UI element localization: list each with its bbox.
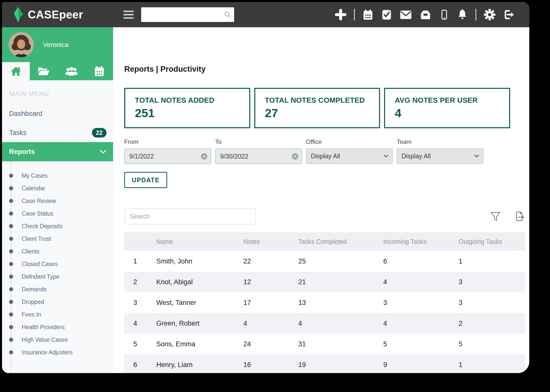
- dashboard-label: Dashboard: [9, 110, 42, 118]
- stat-card-value: 4: [395, 106, 509, 120]
- table-row[interactable]: 5 Sons, Emma 24 31 5 5: [124, 334, 525, 354]
- clear-from-date-button[interactable]: [201, 153, 208, 160]
- report-submenu-item[interactable]: Case Status: [2, 207, 113, 220]
- cell-outgoing-tasks: 1: [459, 251, 525, 272]
- avatar[interactable]: [9, 32, 34, 57]
- stat-cards: TOTAL NOTES ADDED 251 TOTAL NOTES COMPLE…: [124, 88, 510, 128]
- cell-notes: 16: [243, 354, 298, 373]
- report-submenu-item[interactable]: Case Review: [2, 195, 113, 207]
- cell-name: West, Tanner: [156, 292, 243, 313]
- stat-card-label: AVG NOTES PER USER: [395, 96, 509, 104]
- table-row[interactable]: 1 Smith, John 22 25 6 1: [124, 251, 525, 272]
- report-submenu-label: Calendar: [22, 185, 45, 192]
- tab-home[interactable]: [2, 62, 30, 80]
- table-row[interactable]: 6 Henry, Liam 16 19 9 1: [124, 354, 525, 373]
- report-submenu-item[interactable]: High Value Cases: [2, 333, 113, 346]
- user-block: Veronica: [2, 27, 113, 62]
- report-submenu-item[interactable]: Fees In: [2, 308, 113, 321]
- table-search-input[interactable]: [124, 208, 256, 224]
- from-date-input[interactable]: 9/1/2022: [124, 148, 211, 164]
- chevron-down-icon: [384, 154, 388, 158]
- filter-button[interactable]: [490, 211, 501, 222]
- tray-icon: [419, 9, 432, 20]
- report-submenu-item[interactable]: Client Trust: [2, 232, 113, 245]
- clear-to-date-button[interactable]: [292, 153, 298, 160]
- mail-button[interactable]: [400, 10, 412, 20]
- tab-cases[interactable]: [30, 62, 58, 80]
- mobile-button[interactable]: [439, 9, 449, 20]
- cell-incoming-tasks: 5: [383, 334, 459, 354]
- screenshot-frame: { "topbar": { "brand": "CASEpeer", "sear…: [0, 0, 550, 392]
- cell-name: Knot, Abigal: [156, 272, 243, 292]
- tasks-button[interactable]: [381, 9, 392, 20]
- export-button[interactable]: [514, 211, 525, 222]
- table-row[interactable]: 2 Knot, Abigal 12 21 4 3: [124, 272, 525, 292]
- menu-icon[interactable]: [123, 11, 134, 19]
- report-submenu-item[interactable]: Clients: [2, 245, 113, 258]
- cell-outgoing-tasks: 3: [459, 292, 525, 313]
- report-submenu-item[interactable]: Calendar: [2, 182, 113, 195]
- stat-card-value: 251: [135, 106, 249, 120]
- add-new-button[interactable]: [335, 9, 346, 20]
- report-submenu-label: Health Providers: [22, 324, 65, 331]
- folder-icon: [38, 66, 50, 76]
- calendar-button[interactable]: [362, 9, 373, 20]
- report-submenu-label: High Value Cases: [22, 336, 68, 343]
- office-label: Office: [306, 138, 393, 145]
- app-window: CASEpeer: [2, 2, 529, 373]
- column-header-outgoing-tasks: Outgoing Tasks: [459, 232, 525, 251]
- report-submenu-label: Case Review: [22, 198, 56, 204]
- sidebar-item-dashboard[interactable]: Dashboard: [2, 104, 113, 123]
- report-submenu-item[interactable]: Demands: [2, 283, 113, 296]
- sidebar-item-tasks[interactable]: Tasks 22: [2, 123, 113, 142]
- report-submenu-label: Closed Cases: [22, 261, 58, 268]
- topbar-search-input[interactable]: [145, 11, 224, 18]
- report-submenu-item[interactable]: Check Deposits: [2, 220, 113, 232]
- brand-name: CASEpeer: [28, 8, 83, 21]
- search-icon: [224, 11, 231, 18]
- productivity-table: Name Notes Tasks Completed Incoming Task…: [124, 232, 525, 373]
- logout-icon: [503, 9, 515, 20]
- report-submenu-label: Case Status: [22, 210, 53, 217]
- report-submenu-item[interactable]: Dropped: [2, 296, 113, 308]
- team-select[interactable]: Display All: [397, 148, 483, 164]
- plus-icon: [335, 9, 346, 20]
- update-button[interactable]: UPDATE: [124, 172, 167, 188]
- cell-tasks-completed: 25: [298, 251, 383, 272]
- brand[interactable]: CASEpeer: [2, 7, 83, 22]
- report-submenu-item[interactable]: My Cases: [2, 169, 113, 182]
- report-submenu-item[interactable]: Health Providers: [2, 321, 113, 333]
- to-date-value: 9/30/2022: [220, 153, 248, 160]
- report-submenu-label: Demands: [22, 286, 46, 293]
- funnel-icon: [490, 211, 501, 222]
- main-menu-label: MAIN MENU: [2, 80, 113, 104]
- to-date-input[interactable]: 9/30/2022: [215, 148, 302, 164]
- cell-incoming-tasks: 3: [383, 292, 459, 313]
- table-row[interactable]: 3 West, Tanner 17 13 3 3: [124, 292, 525, 313]
- cases-button[interactable]: [419, 9, 432, 20]
- cell-tasks-completed: 31: [298, 334, 383, 354]
- office-select-value: Display All: [311, 152, 340, 160]
- stat-card: TOTAL NOTES COMPLETED 27: [254, 88, 380, 128]
- report-submenu-item[interactable]: Closed Cases: [2, 258, 113, 270]
- tab-calendar[interactable]: [85, 62, 113, 80]
- brand-logo-icon: [12, 7, 24, 22]
- column-header-rank: [124, 232, 156, 251]
- logout-button[interactable]: [503, 9, 515, 20]
- report-submenu-item[interactable]: Insurance Adjusters: [2, 346, 113, 359]
- report-submenu-label: Check Deposits: [22, 223, 62, 230]
- bullet-icon: [9, 262, 13, 266]
- notifications-button[interactable]: [457, 9, 468, 20]
- bullet-icon: [9, 174, 13, 178]
- report-submenu-item[interactable]: Defndant Type: [2, 270, 113, 283]
- settings-button[interactable]: [484, 9, 495, 20]
- sidebar-item-reports[interactable]: Reports: [2, 142, 113, 161]
- check-square-icon: [381, 9, 392, 20]
- topbar-search[interactable]: [141, 7, 234, 22]
- tasks-count-badge: 22: [92, 128, 107, 138]
- table-row[interactable]: 4 Green, Robert 4 4 4 2: [124, 313, 525, 334]
- tab-contacts[interactable]: [58, 62, 85, 80]
- office-select[interactable]: Display All: [306, 148, 393, 164]
- cell-rank: 1: [124, 251, 156, 272]
- report-submenu-label: My Cases: [22, 172, 47, 179]
